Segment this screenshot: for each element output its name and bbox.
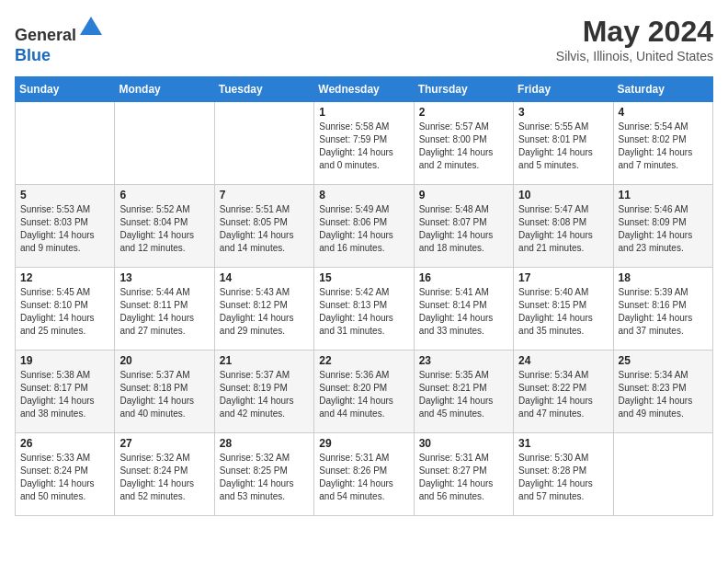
day-info: Sunrise: 5:53 AMSunset: 8:03 PMDaylight:… (20, 203, 109, 255)
day-number: 3 (518, 106, 608, 119)
day-header-saturday: Saturday (613, 77, 712, 102)
title-block: May 2024 Silvis, Illinois, United States (556, 15, 713, 63)
calendar-cell: 17Sunrise: 5:40 AMSunset: 8:15 PMDayligh… (514, 268, 613, 350)
calendar-cell: 3Sunrise: 5:55 AMSunset: 8:01 PMDaylight… (514, 102, 613, 185)
day-info: Sunrise: 5:32 AMSunset: 8:24 PMDaylight:… (119, 452, 209, 503)
day-number: 17 (518, 271, 608, 284)
day-number: 16 (419, 271, 508, 284)
calendar-cell: 22Sunrise: 5:36 AMSunset: 8:20 PMDayligh… (314, 350, 414, 433)
day-info: Sunrise: 5:31 AMSunset: 8:27 PMDaylight:… (419, 452, 508, 503)
day-info: Sunrise: 5:31 AMSunset: 8:26 PMDaylight:… (319, 452, 408, 503)
day-info: Sunrise: 5:54 AMSunset: 8:02 PMDaylight:… (619, 121, 708, 172)
day-number: 15 (319, 271, 408, 284)
day-number: 5 (20, 189, 109, 201)
day-header-friday: Friday (514, 77, 613, 102)
calendar-header-row: SundayMondayTuesdayWednesdayThursdayFrid… (16, 77, 713, 102)
logo: General Blue (15, 15, 104, 65)
calendar-week-row: 5Sunrise: 5:53 AMSunset: 8:03 PMDaylight… (16, 185, 713, 268)
calendar-cell: 19Sunrise: 5:38 AMSunset: 8:17 PMDayligh… (16, 350, 115, 433)
calendar-cell: 28Sunrise: 5:32 AMSunset: 8:25 PMDayligh… (214, 433, 313, 516)
day-number: 18 (619, 271, 708, 284)
day-number: 14 (220, 271, 309, 284)
day-number: 10 (518, 189, 608, 201)
calendar-cell: 9Sunrise: 5:48 AMSunset: 8:07 PMDaylight… (414, 185, 513, 268)
calendar-cell: 11Sunrise: 5:46 AMSunset: 8:09 PMDayligh… (613, 185, 712, 268)
calendar-cell: 16Sunrise: 5:41 AMSunset: 8:14 PMDayligh… (414, 268, 513, 350)
calendar-cell: 31Sunrise: 5:30 AMSunset: 8:28 PMDayligh… (514, 433, 613, 516)
day-info: Sunrise: 5:35 AMSunset: 8:21 PMDaylight:… (419, 369, 508, 420)
day-header-thursday: Thursday (414, 77, 513, 102)
calendar-cell: 8Sunrise: 5:49 AMSunset: 8:06 PMDaylight… (314, 185, 414, 268)
day-info: Sunrise: 5:30 AMSunset: 8:28 PMDaylight:… (518, 452, 608, 503)
logo-general: General (15, 26, 76, 44)
calendar-cell: 29Sunrise: 5:31 AMSunset: 8:26 PMDayligh… (314, 433, 414, 516)
calendar-cell: 7Sunrise: 5:51 AMSunset: 8:05 PMDaylight… (214, 185, 313, 268)
day-number: 8 (319, 189, 408, 201)
calendar-cell: 10Sunrise: 5:47 AMSunset: 8:08 PMDayligh… (514, 185, 613, 268)
calendar-cell (613, 433, 712, 516)
day-number: 11 (619, 189, 708, 201)
day-number: 4 (619, 106, 708, 119)
logo-blue: Blue (15, 46, 51, 64)
calendar-cell (115, 102, 214, 185)
day-info: Sunrise: 5:36 AMSunset: 8:20 PMDaylight:… (319, 369, 408, 420)
calendar-cell (214, 102, 313, 185)
calendar-cell (16, 102, 115, 185)
day-info: Sunrise: 5:34 AMSunset: 8:23 PMDaylight:… (619, 369, 708, 420)
day-number: 26 (20, 437, 109, 450)
day-info: Sunrise: 5:40 AMSunset: 8:15 PMDaylight:… (518, 286, 608, 338)
day-number: 29 (319, 437, 408, 450)
calendar-cell: 24Sunrise: 5:34 AMSunset: 8:22 PMDayligh… (514, 350, 613, 433)
calendar-week-row: 26Sunrise: 5:33 AMSunset: 8:24 PMDayligh… (16, 433, 713, 516)
day-number: 20 (119, 354, 209, 367)
day-info: Sunrise: 5:51 AMSunset: 8:05 PMDaylight:… (220, 203, 309, 255)
calendar-cell: 5Sunrise: 5:53 AMSunset: 8:03 PMDaylight… (16, 185, 115, 268)
day-number: 24 (518, 354, 608, 367)
day-info: Sunrise: 5:37 AMSunset: 8:18 PMDaylight:… (119, 369, 209, 420)
page-header: General Blue May 2024 Silvis, Illinois, … (15, 15, 713, 65)
day-header-tuesday: Tuesday (214, 77, 313, 102)
logo-icon (78, 15, 104, 40)
day-info: Sunrise: 5:58 AMSunset: 7:59 PMDaylight:… (319, 121, 408, 172)
calendar-cell: 12Sunrise: 5:45 AMSunset: 8:10 PMDayligh… (16, 268, 115, 350)
day-number: 22 (319, 354, 408, 367)
day-info: Sunrise: 5:46 AMSunset: 8:09 PMDaylight:… (619, 203, 708, 255)
calendar-cell: 14Sunrise: 5:43 AMSunset: 8:12 PMDayligh… (214, 268, 313, 350)
day-number: 2 (419, 106, 508, 119)
calendar-table: SundayMondayTuesdayWednesdayThursdayFrid… (15, 76, 713, 516)
day-info: Sunrise: 5:47 AMSunset: 8:08 PMDaylight:… (518, 203, 608, 255)
day-info: Sunrise: 5:48 AMSunset: 8:07 PMDaylight:… (419, 203, 508, 255)
calendar-week-row: 1Sunrise: 5:58 AMSunset: 7:59 PMDaylight… (16, 102, 713, 185)
day-info: Sunrise: 5:41 AMSunset: 8:14 PMDaylight:… (419, 286, 508, 338)
calendar-week-row: 19Sunrise: 5:38 AMSunset: 8:17 PMDayligh… (16, 350, 713, 433)
day-number: 23 (419, 354, 508, 367)
day-header-sunday: Sunday (16, 77, 115, 102)
calendar-cell: 25Sunrise: 5:34 AMSunset: 8:23 PMDayligh… (613, 350, 712, 433)
day-info: Sunrise: 5:49 AMSunset: 8:06 PMDaylight:… (319, 203, 408, 255)
day-number: 31 (518, 437, 608, 450)
calendar-cell: 18Sunrise: 5:39 AMSunset: 8:16 PMDayligh… (613, 268, 712, 350)
day-info: Sunrise: 5:38 AMSunset: 8:17 PMDaylight:… (20, 369, 109, 420)
day-info: Sunrise: 5:44 AMSunset: 8:11 PMDaylight:… (119, 286, 209, 338)
day-info: Sunrise: 5:55 AMSunset: 8:01 PMDaylight:… (518, 121, 608, 172)
day-info: Sunrise: 5:52 AMSunset: 8:04 PMDaylight:… (119, 203, 209, 255)
calendar-cell: 15Sunrise: 5:42 AMSunset: 8:13 PMDayligh… (314, 268, 414, 350)
logo-text: General Blue (15, 15, 104, 65)
day-number: 9 (419, 189, 508, 201)
day-header-monday: Monday (115, 77, 214, 102)
calendar-week-row: 12Sunrise: 5:45 AMSunset: 8:10 PMDayligh… (16, 268, 713, 350)
calendar-cell: 2Sunrise: 5:57 AMSunset: 8:00 PMDaylight… (414, 102, 513, 185)
day-number: 6 (119, 189, 209, 201)
day-info: Sunrise: 5:34 AMSunset: 8:22 PMDaylight:… (518, 369, 608, 420)
calendar-cell: 26Sunrise: 5:33 AMSunset: 8:24 PMDayligh… (16, 433, 115, 516)
day-info: Sunrise: 5:37 AMSunset: 8:19 PMDaylight:… (220, 369, 309, 420)
month-title: May 2024 (556, 15, 713, 49)
day-info: Sunrise: 5:39 AMSunset: 8:16 PMDaylight:… (619, 286, 708, 338)
day-info: Sunrise: 5:33 AMSunset: 8:24 PMDaylight:… (20, 452, 109, 503)
day-number: 7 (220, 189, 309, 201)
location: Silvis, Illinois, United States (556, 49, 713, 63)
day-number: 30 (419, 437, 508, 450)
day-info: Sunrise: 5:43 AMSunset: 8:12 PMDaylight:… (220, 286, 309, 338)
day-number: 13 (119, 271, 209, 284)
svg-marker-0 (80, 17, 102, 35)
